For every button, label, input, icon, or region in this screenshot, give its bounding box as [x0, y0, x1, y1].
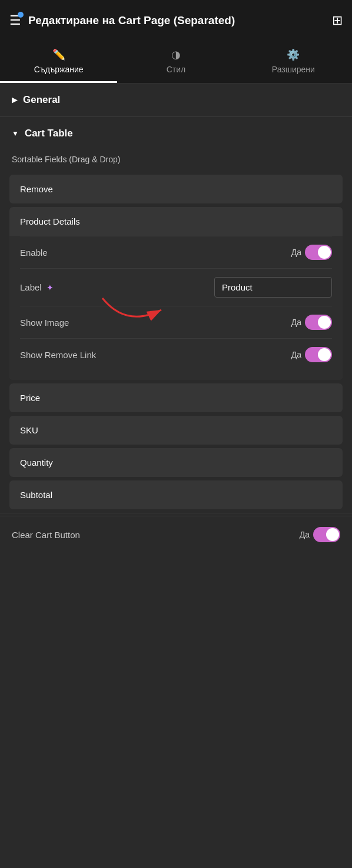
- half-circle-icon: ◑: [171, 48, 181, 61]
- gear-icon: ⚙️: [287, 48, 300, 61]
- cart-table-arrow-icon: ▼: [12, 129, 19, 138]
- grid-menu-button[interactable]: ⊞: [332, 13, 343, 28]
- list-item[interactable]: Price: [9, 383, 343, 412]
- tab-style[interactable]: ◑ Стил: [117, 41, 234, 83]
- label-field-label: Label ✦: [20, 282, 54, 292]
- cart-table-section-header[interactable]: ▼ Cart Table: [0, 117, 352, 150]
- show-remove-link-label: Show Remove Link: [20, 350, 96, 360]
- enable-label: Enable: [20, 248, 48, 258]
- cart-table-section: ▼ Cart Table Sortable Fields (Drag & Dro…: [0, 117, 352, 513]
- list-item[interactable]: Remove: [9, 175, 343, 203]
- enable-toggle-container: Да: [291, 245, 332, 260]
- clear-cart-button-label: Clear Cart Button: [12, 530, 80, 540]
- list-item[interactable]: Quantity: [9, 448, 343, 477]
- tabs-bar: ✏️ Съдържание ◑ Стил ⚙️ Разширени: [0, 41, 352, 84]
- show-image-field-row: Show Image Да: [20, 306, 332, 338]
- tab-content[interactable]: ✏️ Съдържание: [0, 41, 117, 83]
- enable-toggle-label: Да: [291, 248, 301, 257]
- clear-cart-toggle-label: Да: [300, 530, 310, 539]
- cart-table-label: Cart Table: [25, 128, 73, 139]
- show-remove-link-toggle-label: Да: [291, 350, 301, 359]
- general-arrow-icon: ▶: [12, 96, 17, 104]
- product-details-item: Product Details Enable Да Label: [9, 207, 343, 380]
- list-item[interactable]: SKU: [9, 416, 343, 445]
- enable-field-row: Enable Да: [20, 236, 332, 268]
- label-text-input[interactable]: [214, 277, 332, 298]
- show-image-toggle-label: Да: [291, 318, 301, 327]
- enable-toggle[interactable]: [305, 245, 332, 260]
- pencil-icon: ✏️: [52, 48, 65, 61]
- product-details-header[interactable]: Product Details: [9, 207, 343, 236]
- page-title: Редактиране на Cart Page (Separated): [28, 14, 235, 28]
- clear-cart-button-row: Clear Cart Button Да: [0, 516, 352, 553]
- header: ☰ Редактиране на Cart Page (Separated) ⊞: [0, 0, 352, 41]
- show-remove-link-toggle-container: Да: [291, 347, 332, 362]
- header-left: ☰ Редактиране на Cart Page (Separated): [9, 13, 235, 28]
- label-field-row: Label ✦: [20, 268, 332, 306]
- tab-advanced[interactable]: ⚙️ Разширени: [235, 41, 352, 83]
- show-remove-link-toggle[interactable]: [305, 347, 332, 362]
- ai-sparkle-icon: ✦: [47, 283, 54, 292]
- show-remove-link-field-row: Show Remove Link Да: [20, 338, 332, 370]
- product-details-body: Enable Да Label ✦: [9, 236, 343, 380]
- sortable-fields-list: Remove Product Details Enable Да: [0, 175, 352, 509]
- general-section: ▶ General: [0, 84, 352, 117]
- clear-cart-toggle-container: Да: [300, 527, 340, 542]
- show-image-label: Show Image: [20, 318, 69, 328]
- general-section-header[interactable]: ▶ General: [0, 84, 352, 116]
- sortable-fields-label: Sortable Fields (Drag & Drop): [0, 150, 352, 171]
- show-image-toggle[interactable]: [305, 315, 332, 330]
- clear-cart-toggle[interactable]: [313, 527, 340, 542]
- content-area: ▶ General ▼ Cart Table Sortable Fields (…: [0, 84, 352, 553]
- general-label: General: [23, 94, 60, 106]
- list-item[interactable]: Subtotal: [9, 480, 343, 509]
- hamburger-menu-button[interactable]: ☰: [9, 13, 21, 28]
- show-image-toggle-container: Да: [291, 315, 332, 330]
- notification-dot: [18, 12, 24, 18]
